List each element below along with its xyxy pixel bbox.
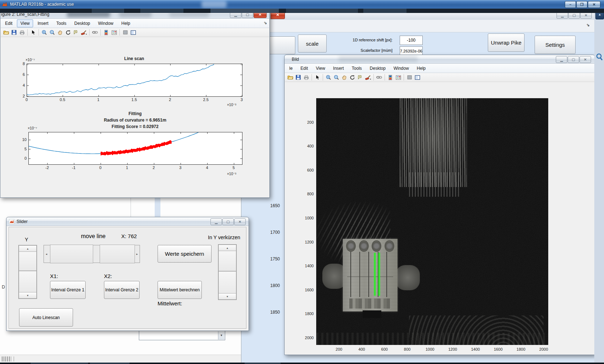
print-icon[interactable] <box>18 29 26 36</box>
slider-minimize-button[interactable]: ▁ <box>210 218 222 225</box>
gui-corner-arrow-icon[interactable]: ⇘ <box>586 23 590 27</box>
pan-hand-icon[interactable] <box>341 74 348 81</box>
slider-maximize-button[interactable]: ▢ <box>222 218 234 225</box>
zoom-out-icon[interactable] <box>333 74 340 81</box>
bild-x-tick-label: 2000 <box>539 347 548 351</box>
save-icon[interactable] <box>10 29 18 36</box>
zoom-in-icon[interactable] <box>325 74 332 81</box>
menu-item-help[interactable]: Help <box>413 64 430 72</box>
y-slider[interactable]: ▲ ▼ <box>18 245 37 299</box>
menu-item-window[interactable]: Window <box>95 19 117 27</box>
menu-item-edit[interactable]: Edit <box>297 64 312 72</box>
menu-item-help[interactable]: Help <box>118 19 134 27</box>
slider-close-button[interactable]: ✕ <box>234 218 246 225</box>
auto-linescan-button[interactable]: Auto Linescan <box>19 308 73 327</box>
slider-thumb[interactable] <box>218 251 236 271</box>
resize-grip-icon[interactable] <box>2 356 11 361</box>
data-cursor-icon[interactable] <box>357 74 364 81</box>
x-tick-label: 1 <box>97 97 99 102</box>
insert-legend-icon[interactable] <box>395 74 402 81</box>
rotate-3d-icon[interactable] <box>349 74 356 81</box>
settings-button[interactable]: Settings <box>535 36 576 54</box>
slider-left-arrow-icon[interactable]: ◄ <box>44 247 49 260</box>
menu-item-insert[interactable]: Insert <box>34 19 52 27</box>
chevron-down-icon[interactable]: ▼ <box>218 331 224 340</box>
cursor-icon[interactable] <box>314 74 321 81</box>
menu-item-edit[interactable]: Edit <box>1 19 16 27</box>
slider-titlebar[interactable]: Slider ▁ ▢ ✕ <box>6 217 249 226</box>
mittelwert-label: Mittelwert: <box>158 300 182 306</box>
link-plots-icon[interactable] <box>376 74 383 81</box>
bild-maximize-button[interactable]: ▢ <box>568 56 579 63</box>
bild-titlebar[interactable]: Bild ▁ ▢ ✕ <box>285 55 595 64</box>
interval-grenze-2-button[interactable]: Interval Grenze 2 <box>104 281 140 299</box>
interval-grenze-1-button[interactable]: Interval Grenze 1 <box>50 281 86 299</box>
background-combobox[interactable]: ▼ <box>139 331 225 340</box>
bild-minimize-button[interactable]: ▁ <box>556 56 567 63</box>
insert-colorbar-icon[interactable] <box>103 29 110 36</box>
menu-item-tools[interactable]: Tools <box>53 19 70 27</box>
brush-icon[interactable] <box>364 74 372 81</box>
show-plot-tools-icon[interactable] <box>414 74 421 81</box>
scale-button[interactable]: scale <box>298 35 327 53</box>
slider-thumb[interactable] <box>218 271 236 294</box>
taskbar-edge <box>0 363 604 364</box>
slider-down-arrow-icon[interactable]: ▼ <box>19 292 37 299</box>
brush-icon[interactable] <box>80 29 87 36</box>
bild-close-button[interactable]: ✕ <box>580 56 591 63</box>
print-icon[interactable] <box>303 74 310 81</box>
show-plot-tools-icon[interactable] <box>130 29 137 36</box>
x-tick-label: 3 <box>241 97 243 102</box>
bild-y-tick-label: 1400 <box>305 264 314 268</box>
rotate-3d-icon[interactable] <box>64 29 72 36</box>
os-window-controls: – ❐ ✕ <box>565 1 600 8</box>
menu-item-insert[interactable]: Insert <box>330 64 348 72</box>
titlebar-reflection <box>201 1 227 8</box>
link-plots-icon[interactable] <box>91 29 99 36</box>
menu-item-window[interactable]: Window <box>390 64 413 72</box>
bild-y-tick-label: 800 <box>307 192 314 196</box>
cursor-icon[interactable] <box>29 29 37 36</box>
figure2-corner-arrow-icon[interactable]: ⇘ <box>264 21 267 25</box>
menu-item-file-clipped[interactable]: le <box>286 64 296 72</box>
werte-speichern-button[interactable]: Werte speichern <box>158 245 212 263</box>
slider-up-arrow-icon[interactable]: ▲ <box>218 245 236 251</box>
bild-window-controls: ▁ ▢ ✕ <box>555 56 591 63</box>
slider-thumb[interactable] <box>50 245 93 263</box>
os-titlebar[interactable]: MATLAB R2016b - academic use – ❐ ✕ <box>0 0 604 9</box>
chip-structure <box>343 239 398 311</box>
green-linescan-marker <box>374 253 376 296</box>
open-folder-icon[interactable] <box>287 74 294 81</box>
menu-item-tools[interactable]: Tools <box>348 64 365 72</box>
zoom-in-icon[interactable] <box>41 29 48 36</box>
os-close-button[interactable]: ✕ <box>588 1 600 8</box>
search-icon[interactable] <box>595 53 603 61</box>
slider-down-arrow-icon[interactable]: ▼ <box>218 293 236 300</box>
ref-shift-input[interactable]: -100 <box>400 36 423 45</box>
in-y-slider[interactable]: ▲ ▼ <box>218 244 237 300</box>
menu-item-desktop[interactable]: Desktop <box>71 19 94 27</box>
zoom-out-icon[interactable] <box>49 29 56 36</box>
unnamed-partial-button[interactable] <box>267 36 295 54</box>
unwrap-pike-button[interactable]: Unwrap Pike <box>488 33 524 52</box>
menu-item-view[interactable]: View <box>17 19 33 27</box>
save-icon[interactable] <box>295 74 302 81</box>
slider-thumb[interactable] <box>100 245 135 263</box>
slider-right-arrow-icon[interactable]: ► <box>135 247 140 260</box>
menu-item-view[interactable]: View <box>312 64 329 72</box>
hide-plot-tools-icon[interactable] <box>122 29 129 36</box>
slider-thumb[interactable] <box>19 251 37 271</box>
move-line-slider[interactable]: ◄ ► <box>44 245 140 263</box>
pan-hand-icon[interactable] <box>56 29 64 36</box>
hide-plot-tools-icon[interactable] <box>406 74 413 81</box>
menu-item-desktop[interactable]: Desktop <box>366 64 389 72</box>
slider-up-arrow-icon[interactable]: ▲ <box>19 245 37 252</box>
mittelwert-berechnen-button[interactable]: Mittelwert berechnen <box>158 281 202 299</box>
os-restore-button[interactable]: ❐ <box>576 1 587 8</box>
os-minimize-button[interactable]: – <box>565 1 576 8</box>
slider-thumb[interactable] <box>19 271 37 293</box>
insert-colorbar-icon[interactable] <box>387 74 394 81</box>
data-cursor-icon[interactable] <box>72 29 80 36</box>
insert-legend-icon[interactable] <box>110 29 118 36</box>
open-folder-icon[interactable] <box>3 29 10 36</box>
